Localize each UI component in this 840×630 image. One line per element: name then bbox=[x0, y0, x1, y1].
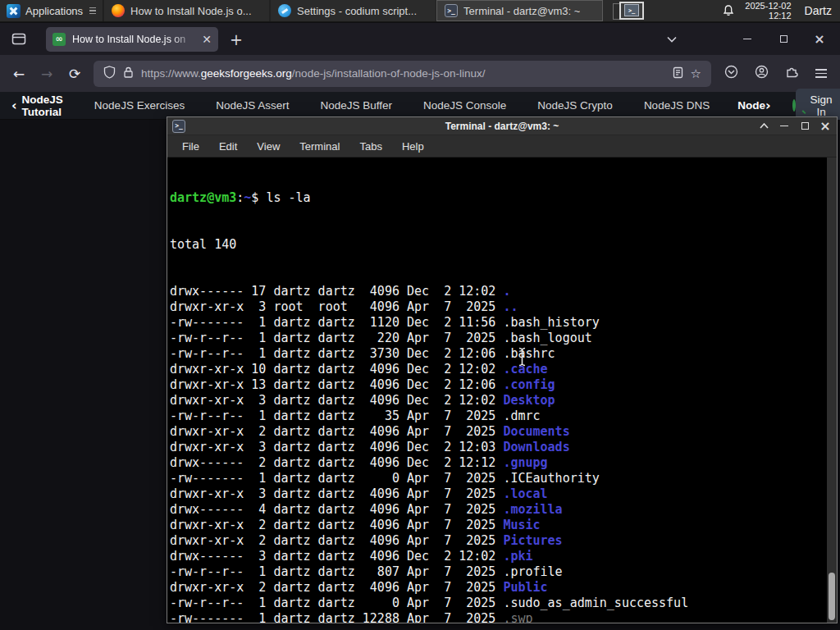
terminal-minimize-button[interactable] bbox=[778, 120, 791, 133]
site-nav-link[interactable]: NodeJS Exercises bbox=[94, 99, 185, 112]
browser-toolbar: ← → ⟳ https://www.geeksforgeeks.org/node… bbox=[0, 55, 840, 92]
terminal-titlebar[interactable]: >_ Terminal - dartz@vm3: ~ × bbox=[167, 117, 837, 135]
forward-button: → bbox=[34, 62, 59, 86]
firefox-view-icon[interactable] bbox=[7, 29, 31, 50]
file-name: Desktop bbox=[503, 393, 555, 408]
browser-maximize-button[interactable] bbox=[776, 32, 791, 47]
terminal-ls-row: drwx------ 3 dartz dartz 4096 Dec 2 12:0… bbox=[170, 549, 825, 564]
reader-mode-icon[interactable] bbox=[673, 66, 683, 81]
extensions-puzzle-icon[interactable] bbox=[785, 65, 799, 82]
pocket-icon[interactable] bbox=[724, 65, 738, 82]
site-nav: ‹ NodeJS Tutorial NodeJS ExercisesNodeJS… bbox=[0, 92, 840, 120]
terminal-ls-row: -rw------- 1 dartz dartz 12288 Apr 7 202… bbox=[170, 611, 825, 623]
reload-button[interactable]: ⟳ bbox=[62, 62, 87, 86]
terminal-ls-row: drwxr-xr-x 2 dartz dartz 4096 Apr 7 2025… bbox=[170, 533, 825, 549]
file-name: Music bbox=[503, 518, 540, 532]
search-icon[interactable] bbox=[792, 99, 796, 112]
clock-date: 2025-12-02 bbox=[745, 1, 791, 11]
terminal-ls-row: drwxr-xr-x 3 dartz dartz 4096 Dec 2 12:0… bbox=[170, 393, 825, 409]
ibeam-cursor bbox=[517, 347, 527, 367]
terminal-ls-row: drwx------ 2 dartz dartz 4096 Dec 2 12:1… bbox=[170, 455, 825, 471]
terminal-window: >_ Terminal - dartz@vm3: ~ × FileEditVie… bbox=[167, 116, 838, 623]
file-name: .bash_logout bbox=[503, 331, 591, 345]
file-name: .ICEauthority bbox=[503, 471, 599, 486]
shield-icon[interactable] bbox=[103, 66, 116, 81]
terminal-maximize-button[interactable] bbox=[798, 120, 811, 133]
terminal-menubar: FileEditViewTerminalTabsHelp bbox=[167, 135, 837, 158]
terminal-ls-row: drwxr-xr-x 3 dartz dartz 4096 Dec 2 12:0… bbox=[170, 440, 825, 455]
site-nav-back-label: NodeJS Tutorial bbox=[22, 94, 63, 118]
terminal-ls-row: drwxr-xr-x 3 root root 4096 Apr 7 2025 .… bbox=[170, 299, 825, 315]
tab-close-icon[interactable]: ✕ bbox=[202, 33, 212, 46]
file-name: Pictures bbox=[503, 533, 562, 548]
terminal-shade-button[interactable] bbox=[757, 120, 770, 133]
taskbar-window-button[interactable]: How to Install Node.js o... bbox=[103, 0, 270, 21]
terminal-ls-row: drwxr-xr-x 10 dartz dartz 4096 Dec 2 12:… bbox=[170, 362, 825, 377]
lock-icon[interactable] bbox=[123, 66, 134, 81]
site-nav-link[interactable]: NodeJS Buffer bbox=[320, 99, 392, 112]
taskbar-window-label: How to Install Node.js o... bbox=[130, 5, 251, 17]
terminal-ls-row: drwxr-xr-x 2 dartz dartz 4096 Apr 7 2025… bbox=[170, 580, 825, 596]
terminal-ls-row: drwxr-xr-x 2 dartz dartz 4096 Apr 7 2025… bbox=[170, 518, 825, 533]
terminal-close-button[interactable]: × bbox=[819, 120, 832, 133]
site-nav-overflow[interactable]: Node › bbox=[737, 98, 770, 113]
site-nav-link[interactable]: NodeJS Assert bbox=[216, 99, 289, 112]
browser-tab[interactable]: ∞ How to Install Node.js on ✕ bbox=[46, 27, 218, 52]
bookmark-star-icon[interactable]: ☆ bbox=[691, 66, 701, 81]
terminal-prompt-line: dartz@vm3:~$ ls -la bbox=[170, 190, 825, 206]
clock[interactable]: 2025-12-02 12:12 bbox=[745, 1, 791, 21]
file-name: Documents bbox=[503, 424, 569, 439]
file-name: . bbox=[503, 284, 510, 299]
terminal-menu-edit[interactable]: Edit bbox=[211, 138, 245, 155]
site-nav-link[interactable]: NodeJS Console bbox=[423, 99, 506, 112]
terminal-ls-row: -rw------- 1 dartz dartz 0 Apr 7 2025 .I… bbox=[170, 471, 825, 486]
workspace-terminal-icon: >_ bbox=[624, 4, 639, 16]
site-nav-link[interactable]: NodeJS Crypto bbox=[537, 99, 613, 112]
list-all-tabs-chevron-icon[interactable] bbox=[664, 32, 679, 47]
taskbar-window-button[interactable]: >_Terminal - dartz@vm3: ~ bbox=[436, 0, 603, 21]
applications-menu-button[interactable]: Applications bbox=[0, 0, 103, 21]
file-name: .dmrc bbox=[503, 409, 540, 423]
file-name: .. bbox=[503, 299, 518, 314]
taskbar-window-label: Terminal - dartz@vm3: ~ bbox=[463, 5, 580, 17]
terminal-output[interactable]: dartz@vm3:~$ ls -la total 140 drwx------… bbox=[167, 158, 837, 623]
account-icon[interactable] bbox=[755, 65, 769, 82]
site-nav-link[interactable]: NodeJS DNS bbox=[644, 99, 710, 112]
terminal-menu-help[interactable]: Help bbox=[394, 138, 432, 155]
file-name: .bashrc bbox=[503, 346, 555, 361]
browser-close-button[interactable]: × bbox=[812, 32, 827, 47]
terminal-scrollbar[interactable] bbox=[827, 158, 837, 623]
terminal-menu-tabs[interactable]: Tabs bbox=[351, 138, 390, 155]
tab-title: How to Install Node.js on bbox=[72, 34, 195, 45]
terminal-ls-row: drwxr-xr-x 2 dartz dartz 4096 Apr 7 2025… bbox=[170, 424, 825, 440]
file-name: Public bbox=[503, 580, 547, 595]
new-tab-button[interactable]: + bbox=[230, 30, 243, 48]
session-user-label[interactable]: Dartz bbox=[801, 4, 832, 17]
terminal-menu-file[interactable]: File bbox=[174, 138, 208, 155]
terminal-scrollbar-thumb[interactable] bbox=[829, 573, 835, 620]
notifications-bell-icon[interactable] bbox=[722, 4, 735, 17]
site-nav-back[interactable]: ‹ NodeJS Tutorial bbox=[11, 94, 63, 118]
file-name: .mozilla bbox=[503, 502, 562, 517]
menu-hamburger-icon[interactable] bbox=[815, 69, 827, 78]
file-name: .sudo_as_admin_successful bbox=[503, 596, 688, 610]
clock-time: 12:12 bbox=[745, 11, 791, 21]
url-bar[interactable]: https://www.geeksforgeeks.org/node-js/in… bbox=[94, 61, 711, 87]
browser-minimize-button[interactable] bbox=[740, 32, 755, 47]
terminal-menu-view[interactable]: View bbox=[249, 138, 288, 155]
chevron-left-icon: ‹ bbox=[11, 98, 17, 113]
file-name: .local bbox=[503, 486, 547, 501]
terminal-ls-row: drwxr-xr-x 13 dartz dartz 4096 Dec 2 12:… bbox=[170, 377, 825, 393]
terminal-ls-row: drwx------ 17 dartz dartz 4096 Dec 2 12:… bbox=[170, 284, 825, 299]
taskbar: Applications How to Install Node.js o...… bbox=[0, 0, 840, 22]
back-button[interactable]: ← bbox=[7, 62, 31, 86]
firefox-icon bbox=[112, 4, 125, 17]
terminal-menu-terminal[interactable]: Terminal bbox=[291, 138, 348, 155]
terminal-ls-row: drwx------ 4 dartz dartz 4096 Apr 7 2025… bbox=[170, 502, 825, 518]
workspace-switcher[interactable]: >_ bbox=[611, 2, 647, 21]
file-name: .gnupg bbox=[503, 455, 547, 470]
terminal-ls-row: -rw-r--r-- 1 dartz dartz 807 Apr 7 2025 … bbox=[170, 564, 825, 580]
codium-icon bbox=[278, 4, 291, 17]
chevron-right-icon: › bbox=[765, 98, 771, 113]
taskbar-window-button[interactable]: Settings - codium script... bbox=[270, 0, 436, 21]
